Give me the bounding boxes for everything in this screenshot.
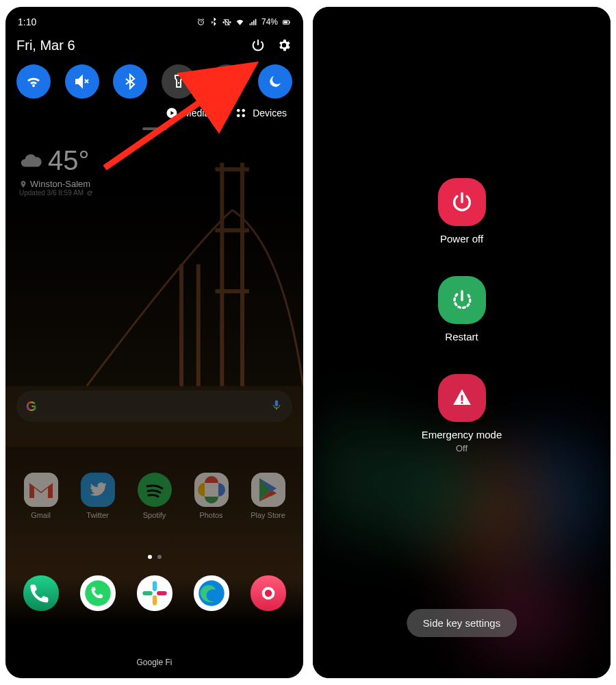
emergency-state: Off bbox=[456, 443, 467, 453]
home-app-row: Gmail Twitter Spotify Photos Play Store bbox=[5, 473, 303, 519]
media-button[interactable]: Media bbox=[166, 107, 209, 119]
devices-button[interactable]: Devices bbox=[235, 107, 287, 119]
svg-point-28 bbox=[264, 590, 271, 597]
quick-settings-subrow: Media Devices bbox=[5, 103, 303, 126]
status-icons: 74% bbox=[196, 17, 291, 27]
dot bbox=[157, 555, 162, 559]
svg-rect-31 bbox=[461, 402, 463, 404]
qs-tile-dnd[interactable] bbox=[258, 64, 292, 99]
restart-label: Restart bbox=[445, 331, 478, 342]
grid-icon bbox=[235, 107, 247, 119]
location-pin-icon bbox=[19, 180, 27, 188]
google-fi-label: Google Fi bbox=[5, 658, 303, 667]
play-icon bbox=[251, 473, 285, 507]
play-circle-icon bbox=[166, 107, 178, 119]
dock-whatsapp[interactable] bbox=[73, 575, 123, 611]
restart-icon bbox=[450, 288, 474, 312]
alarm-icon bbox=[196, 18, 205, 27]
app-label: Gmail bbox=[31, 511, 51, 519]
wifi-status-icon bbox=[235, 18, 244, 27]
mic-icon[interactable] bbox=[270, 399, 283, 414]
photos-icon bbox=[194, 473, 229, 507]
edge-icon bbox=[194, 575, 229, 611]
restart-button[interactable]: Restart bbox=[438, 276, 486, 342]
svg-rect-23 bbox=[142, 591, 153, 595]
quick-settings-header: Fri, Mar 6 bbox=[5, 30, 303, 58]
panel-drag-handle[interactable] bbox=[142, 127, 167, 130]
vibrate-icon bbox=[222, 18, 231, 27]
app-spotify[interactable]: Spotify bbox=[129, 473, 180, 519]
weather-location: Winston-Salem bbox=[30, 179, 90, 189]
weather-updated: Updated 3/6 8:59 AM bbox=[19, 189, 84, 197]
google-logo-icon: G bbox=[26, 399, 37, 414]
app-twitter[interactable]: Twitter bbox=[73, 473, 123, 519]
power-icon-button[interactable] bbox=[250, 37, 266, 53]
whatsapp-icon bbox=[80, 575, 116, 611]
svg-rect-13 bbox=[225, 75, 228, 77]
slack-icon bbox=[137, 575, 172, 611]
dock-phone[interactable] bbox=[16, 575, 66, 611]
app-photos[interactable]: Photos bbox=[186, 473, 237, 519]
qs-date: Fri, Mar 6 bbox=[16, 38, 75, 53]
emergency-icon bbox=[450, 386, 474, 410]
flashlight-icon bbox=[170, 73, 187, 90]
svg-rect-25 bbox=[157, 591, 167, 595]
svg-point-21 bbox=[85, 580, 110, 606]
power-off-label: Power off bbox=[440, 233, 483, 245]
app-label: Play Store bbox=[251, 511, 285, 519]
emergency-mode-button[interactable]: Emergency mode Off bbox=[422, 374, 502, 453]
gear-icon bbox=[277, 38, 292, 53]
qs-tile-mute[interactable] bbox=[65, 64, 99, 99]
weather-temperature: 45° bbox=[48, 145, 90, 176]
page-indicator bbox=[5, 555, 303, 559]
svg-point-15 bbox=[237, 109, 240, 112]
signal-icon bbox=[248, 18, 257, 27]
bluetooth-status-icon bbox=[209, 18, 218, 27]
devices-label: Devices bbox=[253, 108, 287, 119]
phone-icon bbox=[23, 575, 59, 611]
media-label: Media bbox=[183, 108, 209, 119]
svg-point-16 bbox=[242, 109, 246, 112]
dock-slack[interactable] bbox=[129, 575, 180, 611]
refresh-icon bbox=[86, 190, 93, 197]
svg-rect-24 bbox=[152, 595, 156, 606]
app-label: Photos bbox=[199, 511, 222, 519]
weather-widget[interactable]: 45° Winston-Salem Updated 3/6 8:59 AM bbox=[5, 137, 303, 205]
side-key-settings-button[interactable]: Side key settings bbox=[407, 609, 517, 637]
app-playstore[interactable]: Play Store bbox=[243, 473, 294, 519]
svg-rect-19 bbox=[276, 408, 277, 410]
cloud-icon bbox=[19, 149, 42, 173]
phone-right: Power off Restart Emergency mode Off Sid… bbox=[313, 7, 611, 678]
qs-tile-bluetooth[interactable] bbox=[113, 64, 147, 99]
google-search-bar[interactable]: G bbox=[16, 390, 292, 422]
dock-camera[interactable] bbox=[243, 575, 294, 611]
app-gmail[interactable]: Gmail bbox=[16, 473, 66, 519]
quick-settings-tiles bbox=[5, 58, 303, 103]
twitter-icon bbox=[81, 473, 115, 507]
app-label: Twitter bbox=[86, 511, 108, 519]
qs-tile-wifi[interactable] bbox=[16, 64, 51, 99]
dot bbox=[148, 555, 152, 559]
battery-icon bbox=[282, 18, 291, 27]
svg-point-17 bbox=[237, 114, 240, 118]
emergency-label: Emergency mode bbox=[422, 429, 502, 440]
status-time: 1:10 bbox=[18, 16, 36, 27]
svg-rect-22 bbox=[152, 581, 156, 591]
settings-icon-button[interactable] bbox=[276, 37, 292, 53]
status-bar: 1:10 74% bbox=[5, 7, 303, 30]
wifi-icon bbox=[25, 73, 42, 90]
moon-icon bbox=[267, 73, 283, 90]
power-menu: Power off Restart Emergency mode Off bbox=[313, 7, 611, 453]
qs-tile-flashlight[interactable] bbox=[162, 64, 196, 99]
power-icon bbox=[251, 38, 266, 53]
app-label: Spotify bbox=[143, 511, 166, 519]
dock bbox=[5, 575, 303, 611]
svg-point-18 bbox=[242, 114, 246, 118]
side-key-label: Side key settings bbox=[423, 617, 500, 629]
dock-edge[interactable] bbox=[186, 575, 237, 611]
svg-line-8 bbox=[224, 19, 230, 25]
qs-tile-powersave[interactable] bbox=[209, 64, 244, 99]
mute-icon bbox=[74, 73, 90, 90]
power-off-button[interactable]: Power off bbox=[438, 178, 486, 245]
svg-rect-10 bbox=[284, 21, 287, 23]
